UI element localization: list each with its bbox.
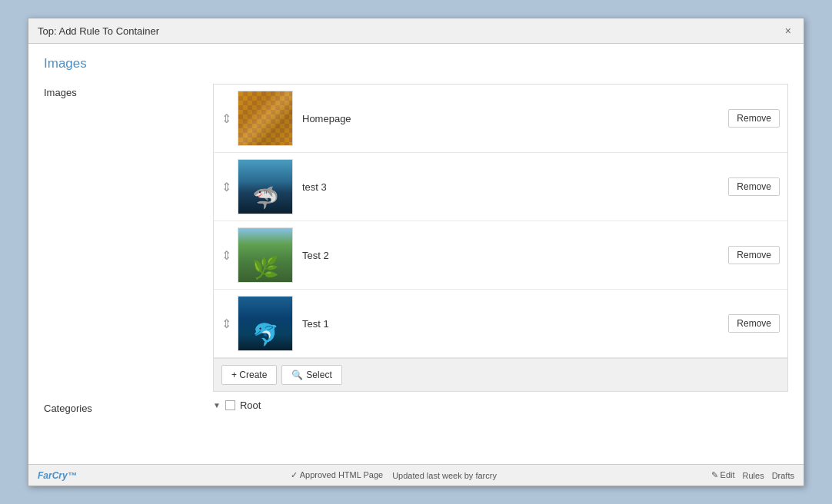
dialog-title: Top: Add Rule To Container bbox=[38, 25, 159, 37]
edit-link[interactable]: ✎ Edit bbox=[711, 470, 735, 480]
categories-label: Categories bbox=[44, 400, 213, 414]
image-thumbnail bbox=[238, 91, 293, 146]
remove-button[interactable]: Remove bbox=[728, 246, 780, 264]
images-label: Images bbox=[44, 84, 213, 98]
search-icon: 🔍 bbox=[291, 370, 303, 380]
section-title: Images bbox=[44, 56, 788, 71]
image-name: test 3 bbox=[302, 181, 728, 193]
create-button[interactable]: + Create bbox=[221, 365, 277, 385]
updated-status: Updated last week by farcry bbox=[392, 471, 497, 480]
drag-handle-icon[interactable]: ⇕ bbox=[221, 248, 231, 263]
dialog-footer: FarCry™ ✓ Approved HTML Page Updated las… bbox=[28, 464, 804, 486]
image-name: Test 1 bbox=[302, 318, 728, 330]
list-item: ⇕ test 3 Remove bbox=[214, 153, 787, 221]
image-name: Test 2 bbox=[302, 250, 728, 261]
select-label: Select bbox=[306, 370, 331, 380]
dialog-body: Images Images ⇕ Homepage Remove ⇕ test 3… bbox=[28, 44, 804, 464]
list-item: ⇕ Test 1 Remove bbox=[214, 290, 787, 358]
categories-content: ▼ Root bbox=[213, 400, 788, 411]
list-item: ⇕ Test 2 Remove bbox=[214, 221, 787, 290]
image-thumbnail bbox=[238, 159, 293, 214]
image-thumbnail bbox=[238, 227, 293, 283]
drag-handle-icon[interactable]: ⇕ bbox=[221, 180, 231, 194]
rules-link[interactable]: Rules bbox=[743, 470, 764, 480]
remove-button[interactable]: Remove bbox=[728, 177, 780, 196]
dialog: Top: Add Rule To Container × Images Imag… bbox=[28, 18, 804, 486]
image-actions-bar: + Create 🔍 Select bbox=[214, 358, 787, 391]
footer-status: ✓ Approved HTML Page Updated last week b… bbox=[291, 470, 497, 480]
root-label: Root bbox=[240, 400, 261, 411]
image-thumbnail bbox=[238, 296, 293, 351]
images-form-row: Images ⇕ Homepage Remove ⇕ test 3 Remove bbox=[44, 84, 788, 392]
list-item: ⇕ Homepage Remove bbox=[214, 85, 787, 153]
close-button[interactable]: × bbox=[782, 25, 794, 37]
remove-button[interactable]: Remove bbox=[728, 314, 780, 333]
remove-button[interactable]: Remove bbox=[728, 109, 780, 128]
drag-handle-icon[interactable]: ⇕ bbox=[221, 317, 231, 331]
approved-status: ✓ Approved HTML Page bbox=[291, 470, 383, 480]
footer-actions: ✎ Edit Rules Drafts bbox=[711, 470, 794, 480]
brand-label: FarCry™ bbox=[38, 470, 77, 481]
checkbox-icon[interactable] bbox=[225, 400, 235, 410]
select-button[interactable]: 🔍 Select bbox=[281, 365, 341, 385]
categories-row: Categories ▼ Root bbox=[44, 400, 788, 414]
expand-icon[interactable]: ▼ bbox=[213, 401, 221, 410]
drag-handle-icon[interactable]: ⇕ bbox=[221, 111, 231, 126]
dialog-titlebar: Top: Add Rule To Container × bbox=[28, 18, 804, 44]
drafts-link[interactable]: Drafts bbox=[772, 470, 794, 480]
images-content: ⇕ Homepage Remove ⇕ test 3 Remove ⇕ Test bbox=[213, 84, 788, 392]
image-name: Homepage bbox=[302, 113, 728, 124]
